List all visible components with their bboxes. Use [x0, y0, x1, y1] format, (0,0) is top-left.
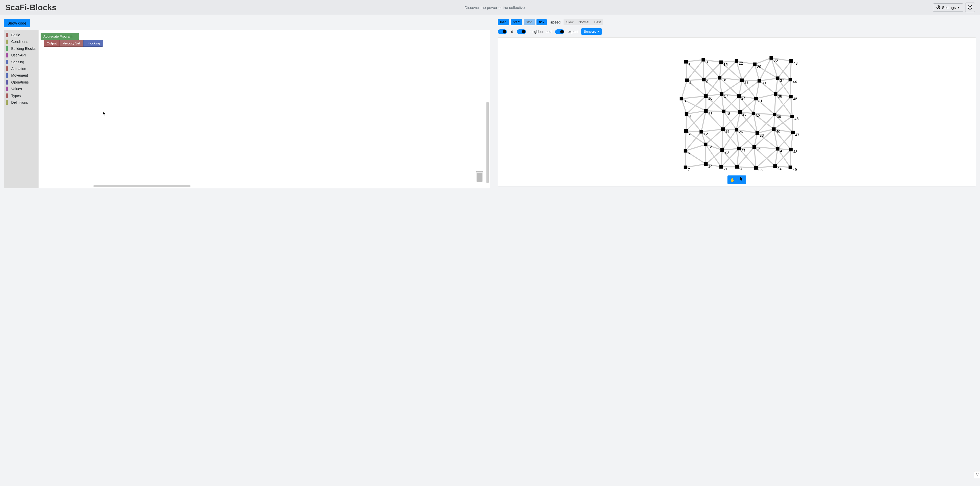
graph-node[interactable]	[735, 165, 739, 169]
select-button[interactable]	[738, 175, 746, 184]
graph-node[interactable]	[770, 56, 773, 60]
graph-node[interactable]	[754, 166, 758, 170]
graph-node-label: 40	[776, 129, 780, 134]
graph-node[interactable]	[718, 76, 721, 80]
export-toggle[interactable]	[555, 29, 564, 34]
block-velocity-set[interactable]: Velocity Set	[60, 40, 83, 47]
graph-edge	[792, 116, 793, 132]
pan-button[interactable]: ✋	[727, 175, 738, 184]
graph-node-label: 37	[780, 78, 784, 83]
cursor-icon	[103, 112, 106, 117]
graph-node-label: 4	[689, 114, 691, 118]
graph-node[interactable]	[720, 92, 723, 96]
toolbox-item-types[interactable]: Types	[4, 92, 38, 99]
graph-node[interactable]	[735, 59, 738, 63]
graph-node[interactable]	[789, 166, 792, 169]
graph-node[interactable]	[700, 130, 703, 134]
graph-node-label: 17	[724, 94, 728, 98]
speed-option-fast[interactable]: Fast	[592, 19, 603, 25]
graph-node[interactable]	[789, 148, 792, 151]
graph-edge	[759, 78, 778, 81]
graph-node[interactable]	[685, 78, 689, 82]
help-button[interactable]	[965, 3, 975, 12]
blockly-canvas[interactable]: Aggregate Program Output Velocity Set Fl…	[38, 30, 490, 188]
graph-node-label: 44	[792, 80, 797, 84]
graph-node[interactable]	[685, 112, 689, 116]
trash-icon[interactable]	[474, 170, 485, 183]
graph-node[interactable]	[773, 113, 776, 116]
settings-button[interactable]: Settings ▼	[933, 3, 963, 12]
graph-node[interactable]	[704, 143, 707, 147]
toolbox-item-sensing[interactable]: Sensing	[4, 59, 38, 65]
graph-node[interactable]	[756, 131, 759, 135]
graph-node[interactable]	[680, 97, 683, 100]
simulation-canvas[interactable]: 1815222936432916233037443101724313845411…	[498, 37, 976, 186]
graph-node[interactable]	[789, 78, 792, 81]
toolbox-item-building-blocks[interactable]: Building Blocks	[4, 45, 38, 52]
graph-node[interactable]	[704, 162, 708, 166]
graph-node[interactable]	[752, 145, 756, 149]
graph-node[interactable]	[702, 58, 705, 62]
toolbox-item-user-api[interactable]: User-API	[4, 52, 38, 59]
horizontal-scrollbar[interactable]	[94, 185, 191, 187]
graph-node[interactable]	[774, 92, 778, 96]
graph-node[interactable]	[722, 110, 725, 113]
graph-node[interactable]	[776, 76, 779, 80]
graph-node[interactable]	[772, 127, 776, 131]
graph-node[interactable]	[737, 94, 741, 98]
graph-node[interactable]	[789, 59, 793, 63]
load-button[interactable]: load	[498, 19, 509, 25]
toolbox-item-actuation[interactable]: Actuation	[4, 65, 38, 72]
graph-node[interactable]	[791, 131, 795, 134]
sensors-button[interactable]: Sensors ▼	[581, 28, 602, 35]
graph-node[interactable]	[684, 60, 688, 64]
graph-node[interactable]	[790, 115, 794, 118]
graph-node[interactable]	[719, 165, 723, 169]
block-aggregate-program[interactable]: Aggregate Program	[41, 33, 79, 40]
tick-button[interactable]: tick	[536, 19, 547, 25]
graph-node[interactable]	[753, 62, 757, 66]
graph-node-label: 21	[723, 167, 728, 171]
graph-node-label: 29	[757, 64, 761, 69]
toolbox-item-basic[interactable]: Basic	[4, 32, 38, 38]
graph-node[interactable]	[773, 164, 777, 168]
graph-node[interactable]	[684, 166, 687, 169]
toolbox-item-label: User-API	[11, 53, 26, 58]
category-color-swatch	[6, 33, 8, 37]
vertical-scrollbar[interactable]	[487, 102, 489, 183]
graph-node[interactable]	[776, 147, 779, 151]
graph-node[interactable]	[757, 79, 761, 83]
toolbox-item-conditions[interactable]: Conditions	[4, 38, 38, 45]
toolbox-item-values[interactable]: Values	[4, 86, 38, 92]
graph-node[interactable]	[737, 147, 741, 150]
show-code-button[interactable]: Show code	[4, 19, 30, 27]
graph-node[interactable]	[735, 128, 738, 132]
graph-node[interactable]	[684, 149, 687, 153]
toolbox-item-definitions[interactable]: Definitions	[4, 99, 38, 106]
graph-node[interactable]	[754, 97, 758, 100]
graph-node[interactable]	[720, 148, 724, 152]
block-flocking[interactable]: Flocking	[83, 40, 103, 47]
graph-node[interactable]	[684, 129, 688, 133]
graph-node[interactable]	[719, 61, 723, 64]
graph-node[interactable]	[740, 78, 744, 82]
stop-button[interactable]: stop	[524, 19, 535, 25]
graph-edge	[778, 132, 793, 149]
graph-node[interactable]	[721, 127, 725, 131]
graph-node[interactable]	[738, 110, 742, 114]
graph-node[interactable]	[702, 78, 705, 81]
start-button[interactable]: start	[511, 19, 522, 25]
block-output[interactable]: Output	[44, 40, 60, 47]
graph-node[interactable]	[704, 94, 708, 98]
graph-node[interactable]	[789, 95, 792, 98]
id-toggle[interactable]	[498, 29, 507, 34]
graph-edge	[681, 80, 687, 99]
graph-node[interactable]	[704, 109, 708, 113]
neighborhood-toggle[interactable]	[517, 29, 526, 34]
graph-node[interactable]	[752, 112, 755, 115]
speed-option-normal[interactable]: Normal	[576, 19, 592, 25]
graph-node-label: 30	[762, 81, 766, 85]
speed-option-slow[interactable]: Slow	[563, 19, 576, 25]
toolbox-item-movement[interactable]: Movement	[4, 72, 38, 79]
toolbox-item-operations[interactable]: Operations	[4, 79, 38, 86]
